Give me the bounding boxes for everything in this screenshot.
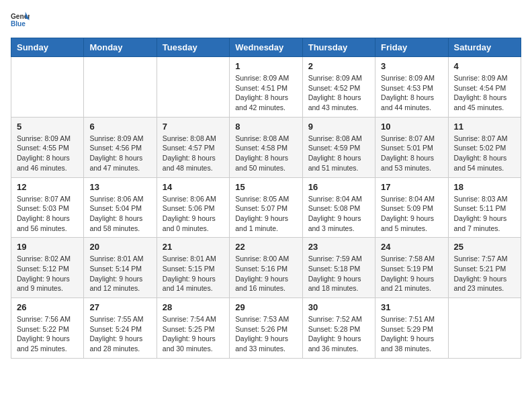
calendar-week-row: 5Sunrise: 8:09 AM Sunset: 4:55 PM Daylig… (11, 117, 521, 177)
day-number: 3 (381, 61, 442, 71)
day-info: Sunrise: 8:07 AM Sunset: 5:01 PM Dayligh… (381, 134, 442, 173)
logo-icon: General Blue (11, 11, 30, 30)
calendar-week-row: 1Sunrise: 8:09 AM Sunset: 4:51 PM Daylig… (11, 57, 521, 118)
day-info: Sunrise: 8:09 AM Sunset: 4:52 PM Dayligh… (308, 73, 369, 113)
calendar-cell: 24Sunrise: 7:58 AM Sunset: 5:19 PM Dayli… (375, 238, 448, 298)
day-info: Sunrise: 8:06 AM Sunset: 5:06 PM Dayligh… (163, 194, 224, 234)
calendar-cell: 14Sunrise: 8:06 AM Sunset: 5:06 PM Dayli… (157, 177, 229, 238)
day-number: 5 (17, 122, 78, 132)
calendar-week-row: 12Sunrise: 8:07 AM Sunset: 5:03 PM Dayli… (11, 177, 521, 238)
calendar-cell: 28Sunrise: 7:54 AM Sunset: 5:25 PM Dayli… (157, 298, 229, 359)
calendar-cell: 30Sunrise: 7:52 AM Sunset: 5:28 PM Dayli… (302, 298, 375, 359)
day-number: 2 (308, 61, 369, 71)
calendar-cell: 23Sunrise: 7:59 AM Sunset: 5:18 PM Dayli… (302, 238, 375, 298)
day-number: 27 (89, 302, 150, 312)
day-number: 23 (308, 242, 369, 252)
day-of-week-header: Wednesday (230, 38, 302, 57)
day-info: Sunrise: 7:51 AM Sunset: 5:29 PM Dayligh… (381, 314, 442, 354)
calendar-cell: 16Sunrise: 8:04 AM Sunset: 5:08 PM Dayli… (302, 177, 375, 238)
calendar-cell: 7Sunrise: 8:08 AM Sunset: 4:57 PM Daylig… (157, 117, 229, 177)
day-number: 29 (235, 302, 296, 312)
day-info: Sunrise: 7:59 AM Sunset: 5:18 PM Dayligh… (308, 254, 369, 293)
day-info: Sunrise: 8:09 AM Sunset: 4:56 PM Dayligh… (89, 134, 150, 173)
calendar-cell: 6Sunrise: 8:09 AM Sunset: 4:56 PM Daylig… (84, 117, 157, 177)
calendar-cell: 19Sunrise: 8:02 AM Sunset: 5:12 PM Dayli… (11, 238, 84, 298)
day-number: 8 (235, 122, 296, 132)
day-number: 18 (454, 182, 515, 192)
calendar-cell (84, 57, 157, 118)
day-info: Sunrise: 7:55 AM Sunset: 5:24 PM Dayligh… (89, 314, 150, 354)
svg-text:Blue: Blue (11, 20, 26, 28)
day-info: Sunrise: 8:09 AM Sunset: 4:54 PM Dayligh… (454, 73, 515, 113)
calendar-cell: 3Sunrise: 8:09 AM Sunset: 4:53 PM Daylig… (375, 57, 448, 118)
day-number: 30 (308, 302, 369, 312)
day-number: 24 (381, 242, 442, 252)
calendar-cell: 8Sunrise: 8:08 AM Sunset: 4:58 PM Daylig… (230, 117, 302, 177)
day-info: Sunrise: 8:07 AM Sunset: 5:02 PM Dayligh… (454, 134, 515, 173)
calendar-cell: 17Sunrise: 8:04 AM Sunset: 5:09 PM Dayli… (375, 177, 448, 238)
calendar-cell: 4Sunrise: 8:09 AM Sunset: 4:54 PM Daylig… (448, 57, 521, 118)
day-info: Sunrise: 8:02 AM Sunset: 5:12 PM Dayligh… (17, 254, 78, 293)
calendar-week-row: 19Sunrise: 8:02 AM Sunset: 5:12 PM Dayli… (11, 238, 521, 298)
calendar-week-row: 26Sunrise: 7:56 AM Sunset: 5:22 PM Dayli… (11, 298, 521, 359)
day-info: Sunrise: 8:08 AM Sunset: 4:58 PM Dayligh… (235, 134, 296, 173)
day-number: 11 (454, 122, 515, 132)
day-info: Sunrise: 8:01 AM Sunset: 5:15 PM Dayligh… (163, 254, 224, 293)
day-info: Sunrise: 8:08 AM Sunset: 4:59 PM Dayligh… (308, 134, 369, 173)
calendar-cell: 21Sunrise: 8:01 AM Sunset: 5:15 PM Dayli… (157, 238, 229, 298)
calendar-cell: 2Sunrise: 8:09 AM Sunset: 4:52 PM Daylig… (302, 57, 375, 118)
day-info: Sunrise: 8:01 AM Sunset: 5:14 PM Dayligh… (89, 254, 150, 293)
calendar-table: SundayMondayTuesdayWednesdayThursdayFrid… (11, 38, 521, 359)
day-number: 13 (89, 182, 150, 192)
day-number: 19 (17, 242, 78, 252)
calendar-cell: 27Sunrise: 7:55 AM Sunset: 5:24 PM Dayli… (84, 298, 157, 359)
day-info: Sunrise: 8:09 AM Sunset: 4:51 PM Dayligh… (235, 73, 296, 113)
day-number: 16 (308, 182, 369, 192)
day-number: 26 (17, 302, 78, 312)
day-number: 14 (163, 182, 224, 192)
page-header: General Blue (11, 11, 521, 30)
day-of-week-header: Friday (375, 38, 448, 57)
calendar-cell: 5Sunrise: 8:09 AM Sunset: 4:55 PM Daylig… (11, 117, 84, 177)
calendar-cell: 1Sunrise: 8:09 AM Sunset: 4:51 PM Daylig… (230, 57, 302, 118)
calendar-cell: 31Sunrise: 7:51 AM Sunset: 5:29 PM Dayli… (375, 298, 448, 359)
day-info: Sunrise: 8:03 AM Sunset: 5:11 PM Dayligh… (454, 194, 515, 234)
calendar-cell: 11Sunrise: 8:07 AM Sunset: 5:02 PM Dayli… (448, 117, 521, 177)
day-info: Sunrise: 7:57 AM Sunset: 5:21 PM Dayligh… (454, 254, 515, 293)
logo: General Blue (11, 11, 30, 30)
calendar-cell (157, 57, 229, 118)
day-number: 6 (89, 122, 150, 132)
calendar-cell (448, 298, 521, 359)
day-number: 1 (235, 61, 296, 71)
day-number: 20 (89, 242, 150, 252)
day-of-week-header: Monday (84, 38, 157, 57)
day-info: Sunrise: 8:06 AM Sunset: 5:04 PM Dayligh… (89, 194, 150, 234)
calendar-cell: 26Sunrise: 7:56 AM Sunset: 5:22 PM Dayli… (11, 298, 84, 359)
day-info: Sunrise: 8:09 AM Sunset: 4:53 PM Dayligh… (381, 73, 442, 113)
day-info: Sunrise: 8:08 AM Sunset: 4:57 PM Dayligh… (163, 134, 224, 173)
day-number: 22 (235, 242, 296, 252)
calendar-cell: 15Sunrise: 8:05 AM Sunset: 5:07 PM Dayli… (230, 177, 302, 238)
day-info: Sunrise: 8:07 AM Sunset: 5:03 PM Dayligh… (17, 194, 78, 234)
day-number: 4 (454, 61, 515, 71)
day-info: Sunrise: 8:00 AM Sunset: 5:16 PM Dayligh… (235, 254, 296, 293)
day-info: Sunrise: 7:58 AM Sunset: 5:19 PM Dayligh… (381, 254, 442, 293)
day-number: 28 (163, 302, 224, 312)
day-info: Sunrise: 7:53 AM Sunset: 5:26 PM Dayligh… (235, 314, 296, 354)
day-info: Sunrise: 8:09 AM Sunset: 4:55 PM Dayligh… (17, 134, 78, 173)
day-number: 12 (17, 182, 78, 192)
day-number: 31 (381, 302, 442, 312)
day-info: Sunrise: 7:52 AM Sunset: 5:28 PM Dayligh… (308, 314, 369, 354)
calendar-cell: 9Sunrise: 8:08 AM Sunset: 4:59 PM Daylig… (302, 117, 375, 177)
day-number: 7 (163, 122, 224, 132)
day-number: 9 (308, 122, 369, 132)
calendar-cell: 18Sunrise: 8:03 AM Sunset: 5:11 PM Dayli… (448, 177, 521, 238)
calendar-cell: 13Sunrise: 8:06 AM Sunset: 5:04 PM Dayli… (84, 177, 157, 238)
calendar-cell: 12Sunrise: 8:07 AM Sunset: 5:03 PM Dayli… (11, 177, 84, 238)
calendar-header-row: SundayMondayTuesdayWednesdayThursdayFrid… (11, 38, 521, 57)
day-info: Sunrise: 8:04 AM Sunset: 5:08 PM Dayligh… (308, 194, 369, 234)
day-info: Sunrise: 8:05 AM Sunset: 5:07 PM Dayligh… (235, 194, 296, 234)
day-of-week-header: Tuesday (157, 38, 229, 57)
day-number: 10 (381, 122, 442, 132)
day-of-week-header: Saturday (448, 38, 521, 57)
